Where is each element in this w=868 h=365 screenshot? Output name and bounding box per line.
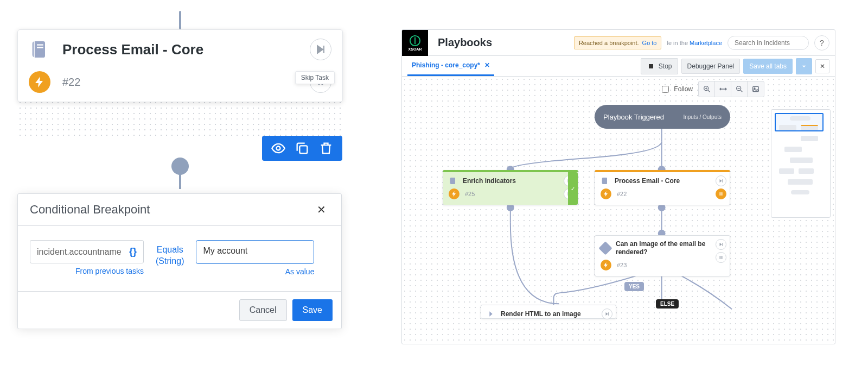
follow-checkbox[interactable] (662, 86, 669, 93)
bolt-icon (29, 71, 50, 93)
condition-field-input[interactable]: incident.accountname {} (30, 240, 144, 263)
skip-icon[interactable] (716, 175, 726, 186)
playbook-editor: XSOAR Playbooks Reached a breakpoint. Go… (401, 29, 835, 344)
banner-goto-link[interactable]: Go to (642, 40, 657, 46)
svg-rect-26 (722, 256, 723, 259)
branch-else[interactable]: ELSE (656, 299, 679, 309)
copy-icon[interactable] (295, 141, 310, 156)
playbook-canvas[interactable]: Follow Playbook Triggered Inputs / Outpu… (402, 77, 835, 344)
connector-top (179, 11, 181, 29)
skip-task-button[interactable] (310, 39, 331, 60)
pause-icon[interactable] (716, 252, 726, 263)
braces-icon[interactable]: {} (129, 246, 137, 257)
help-button[interactable]: ? (814, 35, 829, 51)
marketplace-hint: le in the Marketplace (667, 40, 722, 46)
xsoar-logo[interactable]: XSOAR (402, 30, 428, 56)
task-title: Process Email - Core (62, 41, 203, 58)
task-id: #22 (62, 76, 80, 89)
condition-field-value: incident.accountname (37, 247, 122, 257)
skip-icon[interactable] (716, 239, 726, 250)
playbook-icon (29, 39, 50, 60)
start-node[interactable]: Playbook Triggered Inputs / Outputs (595, 105, 730, 129)
save-all-tabs-button[interactable]: Save all tabs (743, 59, 793, 74)
skip-task-tooltip: Skip Task (295, 71, 335, 84)
cancel-button[interactable]: Cancel (239, 299, 287, 321)
skip-icon[interactable] (602, 309, 612, 319)
check-icon: ✓ (568, 183, 578, 194)
connector-bottom (179, 174, 181, 189)
condition-icon (598, 241, 612, 255)
task-card[interactable]: Process Email - Core Skip Task #22 (17, 29, 343, 102)
task-card-panel: Process Email - Core Skip Task #22 (17, 29, 343, 138)
page-title: Playbooks (438, 36, 492, 49)
tab-close-icon[interactable]: ✕ (484, 61, 490, 69)
minimap[interactable] (771, 109, 831, 218)
success-strip: ✓ (568, 172, 578, 205)
close-icon[interactable]: ✕ (314, 203, 329, 217)
bolt-icon (449, 188, 459, 199)
tab-phishing-core-copy[interactable]: Phishing - core_copy* ✕ (407, 56, 494, 76)
save-all-tabs-dropdown[interactable] (796, 58, 812, 74)
zoom-in-icon[interactable] (699, 81, 715, 97)
as-value-link[interactable]: As value (285, 267, 315, 276)
image-icon[interactable] (748, 81, 764, 97)
svg-rect-6 (649, 64, 653, 68)
view-icon[interactable] (271, 141, 286, 156)
tabbar: Phishing - core_copy* ✕ Stop Debugger Pa… (402, 56, 835, 77)
svg-rect-24 (722, 192, 723, 196)
condition-operator[interactable]: Equals (String) (156, 244, 184, 267)
save-button[interactable]: Save (292, 299, 333, 321)
bolt-icon (601, 188, 611, 199)
breakpoint-banner: Reached a breakpoint. Go to (574, 36, 662, 49)
debugger-panel-button[interactable]: Debugger Panel (681, 59, 741, 74)
svg-rect-25 (720, 256, 721, 259)
canvas-view-controls (698, 81, 764, 97)
svg-rect-3 (299, 146, 307, 153)
start-node-io[interactable]: Inputs / Outputs (683, 114, 722, 120)
dialog-title: Conditional Breakpoint (30, 203, 150, 217)
svg-rect-23 (720, 192, 721, 196)
svg-point-2 (277, 147, 280, 150)
node-enrich-indicators[interactable]: Enrich indicators #25 ✓ (443, 170, 578, 205)
fit-width-icon[interactable] (715, 81, 731, 97)
conditional-breakpoint-dialog: Conditional Breakpoint ✕ incident.accoun… (17, 193, 342, 329)
node-render-html[interactable]: Render HTML to an image (481, 305, 616, 319)
from-previous-tasks-link[interactable]: From previous tasks (75, 267, 144, 275)
task-action-bar (262, 136, 342, 161)
branch-yes[interactable]: YES (624, 282, 644, 291)
zoom-out-icon[interactable] (731, 81, 748, 97)
stop-button[interactable]: Stop (641, 58, 678, 74)
svg-rect-5 (414, 37, 416, 44)
svg-rect-19 (753, 86, 759, 91)
node-process-email-core[interactable]: Process Email - Core #22 (595, 170, 730, 205)
delete-icon[interactable] (318, 141, 334, 156)
topbar: XSOAR Playbooks Reached a breakpoint. Go… (402, 30, 835, 56)
marketplace-link[interactable]: Marketplace (690, 40, 722, 46)
node-can-render-image[interactable]: Can an image of the email be rendered? #… (595, 235, 730, 276)
condition-value-input[interactable] (196, 240, 314, 264)
follow-toggle[interactable]: Follow (660, 84, 693, 95)
pause-icon[interactable] (716, 188, 726, 199)
search-input[interactable] (727, 36, 809, 50)
connector-node[interactable] (171, 158, 189, 175)
bolt-icon (601, 260, 611, 270)
close-tabbar-icon[interactable]: ✕ (815, 59, 829, 73)
canvas-dots: Process Email - Core Skip Task #22 (17, 29, 343, 138)
